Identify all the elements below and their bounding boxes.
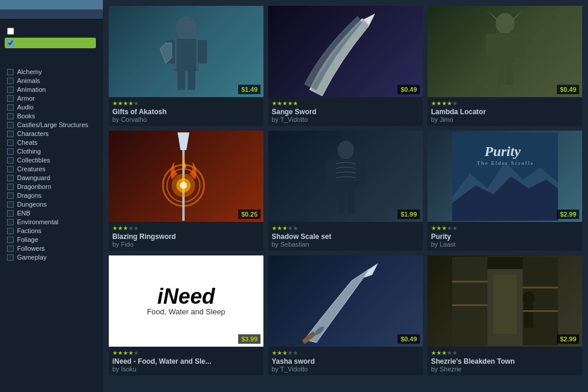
category-item[interactable]: Creatures [7, 165, 96, 172]
item-thumbnail: $0.49 [427, 6, 582, 97]
category-item[interactable]: Books [7, 112, 96, 119]
category-item[interactable]: Dragonborn [7, 183, 96, 190]
svg-text:Purity: Purity [484, 144, 521, 159]
svg-rect-41 [523, 310, 558, 312]
price-badge: $1.49 [238, 85, 260, 94]
item-title: Yasha sword [272, 357, 419, 366]
category-name: Dragons [17, 192, 42, 199]
category-item[interactable]: Armor [7, 95, 96, 102]
svg-rect-11 [514, 34, 524, 57]
item-card-purity[interactable]: Purity The Elder Scrolls $2.99★★★★★Purit… [427, 131, 582, 251]
item-stars: ★★★★★ [431, 225, 579, 231]
item-info: ★★★★★Sange Swordby T_Vidotto [268, 97, 423, 126]
category-item[interactable]: Audio [7, 104, 96, 111]
svg-rect-39 [452, 304, 487, 306]
item-card-lambda-locator[interactable]: $0.49★★★★★Lambda Locatorby Jimo [427, 6, 582, 126]
category-checkbox [7, 237, 14, 243]
svg-rect-13 [506, 61, 513, 85]
category-item[interactable]: Gameplay [7, 254, 96, 261]
item-card-sange-sword[interactable]: $0.49★★★★★Sange Swordby T_Vidotto [268, 6, 423, 126]
category-item[interactable]: Cheats [7, 139, 96, 146]
item-title: Gifts of Akatosh [112, 108, 260, 116]
item-thumbnail: $1.49 [109, 6, 263, 97]
category-checkbox [7, 104, 14, 111]
svg-rect-5 [188, 69, 195, 90]
category-item[interactable]: Collectibles [7, 157, 96, 164]
item-stars: ★★★★★ [112, 225, 260, 231]
category-item[interactable]: Environmental [7, 218, 96, 225]
svg-rect-24 [337, 188, 344, 213]
sidebar: AlchemyAnimalsAnimationArmorAudioBooksCa… [0, 0, 103, 392]
category-name: Clothing [17, 148, 41, 155]
svg-rect-37 [524, 304, 533, 328]
item-title: Shadow Scale set [272, 232, 419, 241]
category-item[interactable]: Dawnguard [7, 174, 96, 181]
paid-mods-checkbox-row[interactable] [5, 38, 96, 48]
filter-all-btn[interactable] [0, 0, 103, 9]
category-item[interactable]: Animals [7, 77, 96, 84]
item-card-blazing-ringsword[interactable]: $0.25★★★★★Blazing Ringswordby Fido [109, 131, 263, 251]
item-author: by Jimo [431, 116, 579, 123]
item-thumbnail: $1.99 [268, 131, 423, 222]
category-item[interactable]: Castles/Large Structures [7, 121, 96, 128]
category-checkbox [7, 201, 14, 208]
item-card-gifts-of-akatosh[interactable]: $1.49★★★★★Gifts of Akatoshby Corvalho [109, 6, 263, 126]
paid-mods-checkbox[interactable] [7, 39, 14, 46]
item-info: ★★★★★Shezrie's Bleakden Townby Shezrie [427, 347, 582, 376]
category-checkbox [7, 139, 14, 146]
item-thumbnail: Purity The Elder Scrolls $2.99 [427, 131, 582, 222]
svg-rect-38 [452, 281, 487, 283]
category-name: Audio [17, 104, 34, 111]
item-title: Blazing Ringsword [112, 232, 260, 241]
price-badge: $1.99 [397, 210, 420, 219]
item-thumbnail: iNeed Food, Water and Sleep $3.99 [109, 255, 263, 347]
free-mods-checkbox-row[interactable] [7, 28, 96, 35]
category-name: Castles/Large Structures [17, 121, 88, 128]
item-card-shezrie[interactable]: $2.99★★★★★Shezrie's Bleakden Townby Shez… [427, 255, 582, 376]
item-card-ineed[interactable]: iNeed Food, Water and Sleep $3.99★★★★★iN… [109, 255, 263, 376]
purity-art: Purity The Elder Scrolls [452, 132, 558, 221]
item-author: by T_Vidotto [272, 116, 419, 123]
category-item[interactable]: Dungeons [7, 201, 96, 208]
item-info: ★★★★★iNeed - Food, Water and Sle...by Is… [109, 347, 263, 376]
svg-rect-23 [356, 160, 366, 184]
category-item[interactable]: Factions [7, 227, 96, 234]
category-item[interactable]: Followers [7, 245, 96, 252]
item-card-yasha-sword[interactable]: $0.49★★★★★Yasha swordby T_Vidotto [268, 255, 423, 376]
svg-rect-32 [452, 257, 487, 346]
svg-rect-22 [325, 160, 336, 184]
item-thumbnail: $0.25 [109, 131, 263, 222]
item-thumbnail: $0.49 [268, 255, 423, 347]
category-name: Animation [17, 86, 46, 93]
item-stars: ★★★★★ [112, 350, 260, 356]
category-item[interactable]: Characters [7, 130, 96, 137]
item-stars: ★★★★★ [272, 100, 419, 107]
category-name: Collectibles [17, 157, 50, 164]
item-info: ★★★★★Yasha swordby T_Vidotto [268, 347, 423, 376]
category-checkbox [7, 87, 14, 93]
category-item[interactable]: Foliage [7, 236, 96, 243]
filter-paid-review-btn[interactable] [0, 9, 103, 19]
item-author: by Shezrie [431, 366, 579, 373]
show-section [0, 19, 103, 56]
category-item[interactable]: Animation [7, 86, 96, 93]
category-item[interactable]: ENB [7, 210, 96, 217]
category-name: Factions [17, 227, 42, 234]
item-author: by Isoku [112, 366, 260, 373]
category-item[interactable]: Alchemy [7, 68, 96, 75]
items-grid: $1.49★★★★★Gifts of Akatoshby Corvalho $0… [109, 6, 582, 376]
price-badge: $0.49 [397, 85, 420, 94]
free-mods-checkbox[interactable] [7, 28, 14, 35]
item-author: by T_Vidotto [272, 366, 419, 373]
price-badge: $2.99 [557, 210, 579, 219]
category-name: Dawnguard [17, 174, 50, 181]
item-author: by Laast [431, 241, 579, 248]
item-stars: ★★★★★ [431, 100, 579, 107]
main-content: $1.49★★★★★Gifts of Akatoshby Corvalho $0… [103, 0, 588, 392]
item-card-shadow-scale-set[interactable]: $1.99★★★★★Shadow Scale setby Sebastian [268, 131, 423, 251]
category-item[interactable]: Clothing [7, 148, 96, 155]
category-item[interactable]: Dragons [7, 192, 96, 199]
svg-text:The Elder Scrolls: The Elder Scrolls [477, 160, 534, 166]
price-badge: $2.99 [557, 334, 579, 344]
svg-rect-10 [486, 34, 496, 57]
